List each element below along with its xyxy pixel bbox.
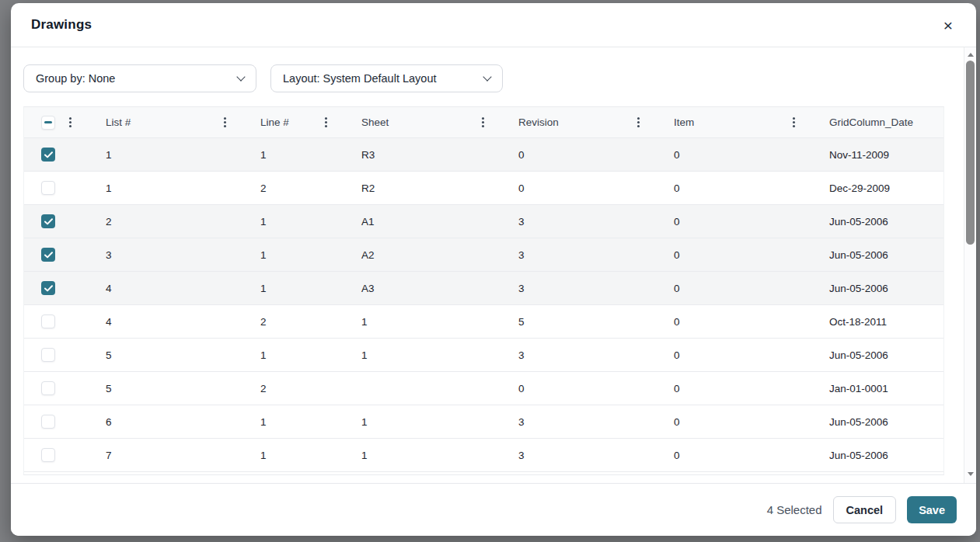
select-all-checkbox-indeterminate[interactable] [41, 116, 55, 130]
modal-title: Drawings [31, 17, 92, 33]
table-row[interactable]: 11R300Nov-11-2009 [24, 138, 943, 172]
cell-revision: 0 [495, 383, 650, 394]
row-checkbox-unchecked[interactable] [41, 181, 55, 195]
cell-list: 6 [82, 416, 237, 428]
cell-date: Oct-18-2011 [806, 316, 943, 328]
chevron-down-icon [483, 72, 491, 81]
cell-line: 1 [237, 216, 338, 228]
row-checkbox-cell [24, 314, 82, 328]
cell-revision: 3 [495, 249, 650, 261]
column-menu-icon[interactable] [637, 121, 640, 123]
table-row[interactable]: 42150Oct-18-2011 [24, 305, 943, 339]
cell-sheet: 1 [338, 316, 495, 328]
cell-sheet: 1 [338, 450, 495, 461]
column-menu-icon[interactable] [325, 121, 327, 123]
table-row[interactable]: 21A130Jun-05-2006 [24, 205, 943, 238]
cell-revision: 3 [495, 216, 650, 228]
cell-revision: 3 [495, 416, 650, 428]
cell-list: 5 [82, 383, 237, 394]
cell-date: Nov-11-2009 [806, 149, 943, 161]
column-menu-icon[interactable] [793, 121, 795, 123]
row-checkbox-unchecked[interactable] [41, 314, 55, 328]
table-row[interactable]: 61130Jun-05-2006 [24, 405, 943, 439]
cell-list: 4 [82, 316, 237, 328]
row-checkbox-unchecked[interactable] [41, 348, 55, 362]
table-header-row: List # Line # Sheet Revision [24, 107, 943, 138]
cell-date: Jun-05-2006 [806, 249, 943, 261]
cell-line: 2 [237, 383, 338, 394]
row-checkbox-unchecked[interactable] [41, 415, 55, 429]
group-by-dropdown[interactable]: Group by: None [23, 64, 256, 92]
table-row[interactable]: 5200Jan-01-0001 [24, 372, 943, 405]
header-cell-sheet: Sheet [338, 107, 495, 137]
column-menu-icon[interactable] [482, 121, 484, 123]
cell-sheet: A2 [338, 249, 495, 261]
cell-date: Jun-05-2006 [806, 216, 943, 228]
toolbar: Group by: None Layout: System Default La… [23, 64, 976, 92]
row-checkbox-cell [24, 348, 82, 362]
layout-value: Layout: System Default Layout [283, 72, 436, 85]
cell-revision: 3 [495, 283, 650, 294]
cell-list: 2 [82, 216, 237, 228]
cell-date: Jun-05-2006 [806, 450, 943, 461]
cell-item: 0 [650, 149, 806, 161]
row-checkbox-unchecked[interactable] [41, 448, 55, 462]
scrollbar-up-icon[interactable] [968, 53, 974, 57]
row-checkbox-cell [24, 448, 82, 462]
cell-item: 0 [650, 349, 806, 361]
row-checkbox-checked[interactable] [41, 214, 55, 228]
column-menu-icon[interactable] [224, 121, 226, 123]
table-row[interactable]: 31A230Jun-05-2006 [24, 238, 943, 272]
row-checkbox-cell [24, 181, 82, 195]
column-label: Item [674, 116, 694, 128]
table-row[interactable]: 41A330Jun-05-2006 [24, 272, 943, 305]
row-checkbox-checked[interactable] [41, 148, 55, 162]
modal-body: Group by: None Layout: System Default La… [11, 47, 976, 483]
cancel-button[interactable]: Cancel [833, 496, 897, 523]
cell-date: Dec-29-2009 [806, 182, 943, 194]
vertical-scrollbar[interactable] [964, 47, 976, 483]
table-row[interactable]: 71130Jun-05-2006 [24, 439, 943, 472]
scrollbar-down-icon[interactable] [968, 472, 974, 476]
row-checkbox-cell [24, 214, 82, 228]
cell-date: Jun-05-2006 [806, 349, 943, 361]
cell-sheet: A1 [338, 216, 495, 228]
row-checkbox-cell [24, 148, 82, 162]
table-body: 11R300Nov-11-200912R200Dec-29-200921A130… [24, 138, 943, 472]
cell-item: 0 [650, 316, 806, 328]
column-label: Sheet [361, 116, 389, 128]
drawings-modal: Drawings × Group by: None Layout: System… [11, 3, 976, 536]
cell-line: 1 [237, 249, 338, 261]
row-checkbox-cell [24, 281, 82, 295]
close-icon[interactable]: × [942, 17, 954, 33]
cell-item: 0 [650, 450, 806, 461]
cell-list: 1 [82, 149, 237, 161]
cell-date: Jun-05-2006 [806, 416, 943, 428]
row-checkbox-checked[interactable] [41, 248, 55, 262]
header-cell-line: Line # [237, 107, 338, 137]
row-checkbox-unchecked[interactable] [41, 381, 55, 395]
cell-revision: 0 [495, 149, 650, 161]
cell-list: 5 [82, 349, 237, 361]
row-checkbox-cell [24, 415, 82, 429]
header-cell-item: Item [650, 107, 806, 137]
header-cell-list: List # [82, 107, 237, 137]
row-checkbox-checked[interactable] [41, 281, 55, 295]
layout-dropdown[interactable]: Layout: System Default Layout [270, 64, 503, 92]
cell-revision: 3 [495, 349, 650, 361]
save-button[interactable]: Save [907, 496, 957, 523]
table-row[interactable]: 12R200Dec-29-2009 [24, 172, 943, 205]
cell-sheet: 1 [338, 416, 495, 428]
row-checkbox-cell [24, 248, 82, 262]
group-by-value: Group by: None [36, 72, 115, 85]
cell-revision: 5 [495, 316, 650, 328]
scrollbar-thumb[interactable] [966, 61, 975, 245]
table-row[interactable]: 51130Jun-05-2006 [24, 339, 943, 372]
column-label: Line # [260, 116, 289, 128]
header-checkbox-cell [24, 107, 82, 137]
cell-line: 2 [237, 316, 338, 328]
column-menu-icon[interactable] [69, 121, 71, 123]
cell-list: 1 [82, 182, 237, 194]
header-cell-date: GridColumn_Date [806, 107, 943, 137]
cell-line: 1 [237, 283, 338, 294]
